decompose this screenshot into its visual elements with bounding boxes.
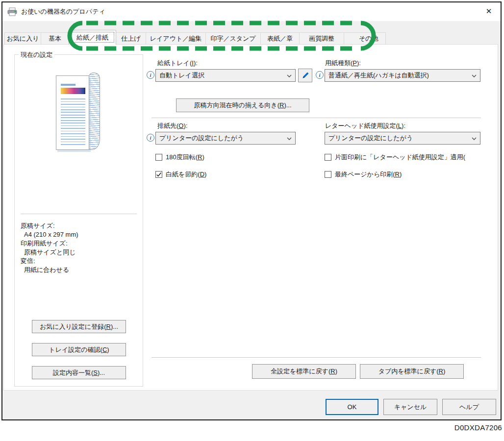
scale-label: 変倍: bbox=[21, 257, 78, 266]
tab-basic[interactable]: 基本 bbox=[41, 32, 69, 45]
letterhead-simplex-row: 片面印刷に「レターヘッド紙使用設定」適用( bbox=[325, 153, 465, 162]
paper-tray-label: 給紙トレイ(I): bbox=[157, 59, 198, 68]
print-last-first-label: 最終ページから印刷(R) bbox=[335, 170, 402, 179]
paper-flip-pages bbox=[88, 73, 100, 150]
letterhead-simplex-label: 片面印刷に「レターヘッド紙使用設定」適用( bbox=[335, 153, 465, 162]
chevron-down-icon bbox=[472, 74, 477, 77]
doc-size-label: 原稿サイズ: bbox=[21, 221, 78, 230]
tab-image-quality[interactable]: 画質調整 bbox=[299, 32, 344, 45]
print-size-value: 原稿サイズと同じ bbox=[21, 248, 78, 257]
save-blank-row: 白紙を節約(D) bbox=[155, 170, 206, 179]
scale-value: 用紙に合わせる bbox=[21, 266, 78, 274]
tab-finishing[interactable]: 仕上げ bbox=[116, 32, 146, 45]
tray-status-button[interactable]: トレイ設定の確認(C) bbox=[32, 343, 126, 356]
tab-layout-edit[interactable]: レイアウト／編集 bbox=[146, 32, 206, 45]
tab-favorites[interactable]: お気に入り bbox=[4, 32, 41, 45]
tab-cover-chapter[interactable]: 表紙／章 bbox=[260, 32, 300, 45]
tab-page-paper: 現在の設定 原稿サイズ: A4 (210 x 297 mm) 印刷用紙サイズ: … bbox=[3, 44, 498, 391]
title-bar: お使いの機器名のプロパティ bbox=[2, 2, 501, 21]
chevron-down-icon bbox=[287, 74, 292, 77]
settings-list-button[interactable]: 設定内容一覧(S)... bbox=[32, 366, 126, 379]
part-number: D0DXDA7206 bbox=[454, 423, 502, 432]
rotate-180-label: 180度回転(R) bbox=[166, 153, 204, 162]
cancel-button[interactable]: キャンセル bbox=[383, 399, 437, 415]
doc-size-value: A4 (210 x 297 mm) bbox=[21, 230, 78, 239]
ok-button[interactable]: OK bbox=[326, 399, 378, 415]
help-button[interactable]: ヘルプ bbox=[442, 399, 496, 415]
info-icon[interactable]: i bbox=[147, 71, 154, 79]
edit-tray-button[interactable] bbox=[298, 69, 312, 82]
printer-properties-dialog: お使いの機器名のプロパティ ✕ お気に入り 基本 給紙／排紙 仕上げ レイアウト… bbox=[1, 1, 502, 420]
group-separator bbox=[21, 214, 137, 214]
current-settings-summary: 原稿サイズ: A4 (210 x 297 mm) 印刷用紙サイズ: 原稿サイズと… bbox=[21, 221, 78, 274]
pencil-icon bbox=[302, 72, 309, 79]
letterhead-select[interactable]: プリンターの設定にしたがう bbox=[325, 132, 480, 145]
chevron-down-icon bbox=[287, 137, 292, 140]
printer-icon bbox=[7, 7, 17, 16]
output-tray-select[interactable]: プリンターの設定にしたがう bbox=[155, 132, 296, 145]
save-blank-label: 白紙を節約(D) bbox=[166, 170, 206, 179]
paper-sheet bbox=[56, 75, 89, 150]
reset-tab-button[interactable]: タブ内を標準に戻す(R) bbox=[360, 364, 464, 379]
register-favorites-button[interactable]: お気に入り設定に登録(R)... bbox=[32, 320, 126, 333]
output-tray-label: 排紙先(O): bbox=[157, 122, 187, 130]
paper-type-label: 用紙種類(P): bbox=[325, 59, 361, 68]
paper-type-select[interactable]: 普通紙／再生紙(ハガキは自動選択) bbox=[325, 69, 480, 82]
info-icon[interactable]: i bbox=[147, 134, 154, 142]
print-last-first-checkbox[interactable] bbox=[325, 171, 331, 178]
paper-preview-image bbox=[49, 72, 103, 156]
paper-tray-select[interactable]: 自動トレイ選択 bbox=[155, 69, 296, 82]
window-title: お使いの機器名のプロパティ bbox=[21, 7, 105, 16]
check-icon bbox=[156, 172, 162, 177]
tab-paper-input-output[interactable]: 給紙／排紙 bbox=[69, 30, 116, 45]
rotate-180-row: 180度回転(R) bbox=[155, 153, 204, 162]
reset-all-button[interactable]: 全設定を標準に戻す(R) bbox=[252, 364, 356, 379]
tab-strip: お気に入り 基本 給紙／排紙 仕上げ レイアウト／編集 印字／スタンプ 表紙／章… bbox=[4, 30, 385, 45]
letterhead-label: レターヘッド紙使用設定(L): bbox=[325, 122, 405, 130]
info-icon[interactable]: i bbox=[316, 71, 324, 79]
tab-others[interactable]: その他 bbox=[344, 32, 386, 45]
print-last-first-row: 最終ページから印刷(R) bbox=[325, 170, 402, 179]
save-blank-checkbox[interactable] bbox=[155, 171, 162, 178]
tab-stamp[interactable]: 印字／スタンプ bbox=[205, 32, 261, 45]
close-icon: ✕ bbox=[486, 7, 492, 16]
close-button[interactable]: ✕ bbox=[481, 4, 497, 18]
group-title: 現在の設定 bbox=[19, 50, 54, 59]
current-settings-group: 現在の設定 原稿サイズ: A4 (210 x 297 mm) 印刷用紙サイズ: … bbox=[14, 54, 143, 387]
separator bbox=[151, 118, 481, 118]
mixed-orientation-button[interactable]: 原稿方向混在時の揃える向き(R)... bbox=[176, 98, 309, 112]
letterhead-simplex-checkbox[interactable] bbox=[325, 154, 331, 161]
separator bbox=[151, 357, 481, 358]
chevron-down-icon bbox=[472, 137, 477, 140]
print-size-label: 印刷用紙サイズ: bbox=[21, 239, 78, 248]
rotate-180-checkbox[interactable] bbox=[155, 154, 162, 161]
